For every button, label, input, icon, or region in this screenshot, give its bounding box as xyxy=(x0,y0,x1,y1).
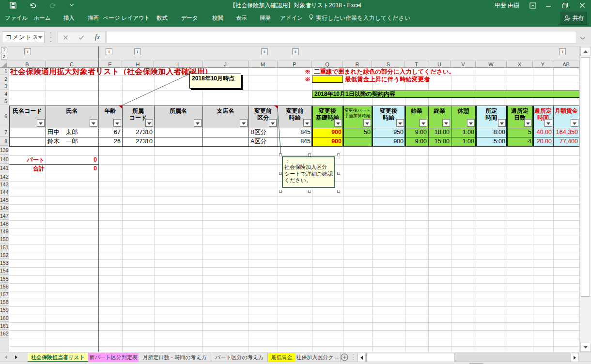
enter-icon[interactable] xyxy=(78,35,84,40)
ribbon-tab-8[interactable]: 表示 xyxy=(236,11,247,26)
row-header-1[interactable]: 1 xyxy=(0,68,9,75)
row-header-155[interactable]: 155 xyxy=(0,275,9,283)
column-header-Q[interactable]: Q xyxy=(312,61,343,68)
filter-button-S[interactable] xyxy=(396,119,404,127)
column-header-AB[interactable]: AB xyxy=(553,61,579,68)
share-button[interactable]: 共有 xyxy=(560,12,587,25)
cell-I7[interactable] xyxy=(154,128,202,137)
sheet-tab-0[interactable]: 社会保険担当者リスト xyxy=(28,353,88,362)
sheet-tab-1[interactable]: 新パート区分判定表 xyxy=(88,353,139,362)
column-header-E[interactable]: E xyxy=(98,61,122,68)
filter-button-M[interactable] xyxy=(269,119,277,127)
column-header-J[interactable]: J xyxy=(202,61,249,68)
row-header-139[interactable]: 139 xyxy=(0,146,9,155)
row-header-145[interactable]: 145 xyxy=(0,197,9,204)
outline-expand-button-0[interactable]: + xyxy=(24,48,31,55)
cell-J7[interactable] xyxy=(202,128,249,137)
column-header-T[interactable]: T xyxy=(405,61,428,68)
outline-expand-button-2[interactable]: + xyxy=(134,48,141,55)
ribbon-tab-5[interactable]: 数式 xyxy=(156,11,168,26)
column-header-I[interactable]: I xyxy=(154,61,202,68)
ribbon-tab-3[interactable]: 描画 xyxy=(88,11,99,26)
row-header-160[interactable]: 160 xyxy=(0,315,9,322)
cell-B8[interactable] xyxy=(9,137,46,146)
filter-button-I[interactable] xyxy=(194,119,202,127)
cell-R8[interactable] xyxy=(343,137,372,146)
cell-P8[interactable]: 845 xyxy=(278,137,312,146)
ribbon-tab-6[interactable]: データ xyxy=(181,11,198,26)
tell-me-box[interactable]: 実行したい作業を入力してください xyxy=(308,11,410,26)
row-header-157[interactable]: 157 xyxy=(0,291,9,298)
cell-H7[interactable]: 27310 xyxy=(122,128,154,137)
cell-R7[interactable]: 50 xyxy=(343,128,372,137)
ribbon-tab-file[interactable]: ファイル xyxy=(5,11,28,26)
row-header-7[interactable]: 7 xyxy=(0,128,9,136)
cell-Q7[interactable]: 900 xyxy=(312,128,343,137)
name-box[interactable]: コメント 3 xyxy=(2,31,45,43)
selection-handle[interactable] xyxy=(279,172,282,175)
selection-handle[interactable] xyxy=(279,190,282,193)
filter-button-R[interactable] xyxy=(363,119,371,127)
row-header-149[interactable]: 149 xyxy=(0,228,9,235)
selection-handle[interactable] xyxy=(337,172,340,175)
column-header-B[interactable]: B xyxy=(9,61,46,68)
sheet-grid[interactable]: 社会保険適用拡大対象者リスト（社会保険加入者確認用）※二重線で囲まれた緑色の部分… xyxy=(9,68,579,352)
cell-T8[interactable]: 9:00 xyxy=(405,137,428,146)
cell-C7[interactable]: 田中 太郎 xyxy=(46,128,98,137)
row-header-159[interactable]: 159 xyxy=(0,306,9,314)
row-header-146[interactable]: 146 xyxy=(0,204,9,212)
outline-expand-button-1[interactable]: + xyxy=(106,48,112,55)
cell-S8[interactable]: 900 xyxy=(372,137,405,146)
outline-level-1[interactable]: 1 xyxy=(1,47,7,53)
filter-button-J[interactable] xyxy=(240,119,248,127)
scroll-down-button[interactable] xyxy=(580,343,591,352)
formula-bar-expand-icon[interactable] xyxy=(580,33,588,41)
cancel-icon[interactable] xyxy=(63,35,68,40)
row-header-8[interactable]: 8 xyxy=(0,137,9,146)
filter-button-C[interactable] xyxy=(90,119,97,127)
insert-function-icon[interactable]: fx xyxy=(95,33,100,41)
cell-V8[interactable]: 1:00 xyxy=(451,137,476,146)
row-header-5[interactable]: 5 xyxy=(0,98,9,105)
column-header-W[interactable]: W xyxy=(476,61,507,68)
row-header-148[interactable]: 148 xyxy=(0,220,9,228)
vertical-scrollbar[interactable] xyxy=(579,46,591,352)
formula-input[interactable] xyxy=(106,31,577,44)
column-header-R[interactable]: R xyxy=(343,61,372,68)
cell-W8[interactable]: 5:00 xyxy=(476,137,507,146)
cell-Y8[interactable]: 20.00 xyxy=(533,137,553,146)
row-header-140[interactable]: 140 xyxy=(0,155,9,164)
row-header-142[interactable]: 142 xyxy=(0,173,9,181)
outline-expand-button-4[interactable]: + xyxy=(292,48,299,55)
row-header-152[interactable]: 152 xyxy=(0,252,9,259)
cell-B7[interactable] xyxy=(9,128,46,137)
cell-W7[interactable]: 8:00 xyxy=(476,128,507,137)
row-header-154[interactable]: 154 xyxy=(0,267,9,274)
ribbon-tab-9[interactable]: 開発 xyxy=(260,11,271,26)
cell-V7[interactable]: 1:00 xyxy=(451,128,476,137)
comment-box[interactable]: ：社会保険加入区分シートで詳細ご確認ください。 xyxy=(282,156,335,188)
column-header-U[interactable]: U xyxy=(428,61,451,68)
minimize-button[interactable] xyxy=(541,0,556,11)
filter-button-AB[interactable] xyxy=(571,119,578,127)
row-header-143[interactable]: 143 xyxy=(0,181,9,188)
row-header-141[interactable]: 141 xyxy=(0,164,9,172)
cell-M7[interactable]: B区分 xyxy=(249,128,278,137)
name-box-dropdown-icon[interactable] xyxy=(38,36,42,39)
column-header-M[interactable]: M xyxy=(249,61,278,68)
row-header-4[interactable]: 4 xyxy=(0,91,9,98)
cell-X8[interactable]: 4 xyxy=(507,137,533,146)
filter-button-T[interactable] xyxy=(420,119,427,127)
row-header-153[interactable]: 153 xyxy=(0,259,9,267)
row-header-3[interactable]: 3 xyxy=(0,83,9,90)
vertical-scroll-thumb[interactable] xyxy=(581,57,590,297)
row-header-156[interactable]: 156 xyxy=(0,283,9,290)
column-header-Y[interactable]: Y xyxy=(533,61,553,68)
column-header-P[interactable]: P xyxy=(278,61,312,68)
minimum-wage-input-cell[interactable] xyxy=(312,76,343,83)
restore-button[interactable] xyxy=(558,0,572,11)
cell-E8[interactable]: 26 xyxy=(98,137,122,146)
outline-expand-button-5[interactable]: + xyxy=(559,48,566,55)
column-header-S[interactable]: S xyxy=(372,61,405,68)
filter-button-V[interactable] xyxy=(467,119,475,127)
